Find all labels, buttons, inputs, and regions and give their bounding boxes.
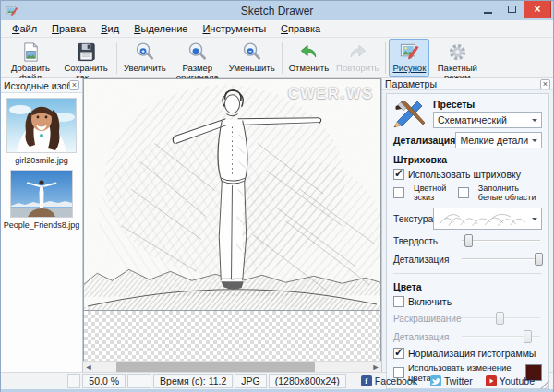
- hardness-label: Твердость: [393, 236, 460, 246]
- enable-colors-label: Включить: [408, 296, 452, 307]
- save-as-button[interactable]: Сохранить как...: [58, 39, 114, 77]
- color-change-checkbox[interactable]: [393, 367, 404, 378]
- sketch-canvas[interactable]: CWER.WS ◄ ►: [83, 78, 381, 372]
- source-thumbnail-item[interactable]: People_Friends8.jpg: [1, 170, 82, 230]
- twitter-icon: [430, 375, 441, 386]
- thumbnail-filename: People_Friends8.jpg: [4, 220, 80, 230]
- picture-button[interactable]: Рисунок: [389, 39, 429, 77]
- add-file-icon: [20, 42, 42, 63]
- menu-help[interactable]: Справка: [273, 21, 328, 36]
- detail-select[interactable]: Мелкие детали: [455, 132, 542, 148]
- status-cell-empty: [67, 374, 80, 388]
- save-icon: [76, 42, 97, 63]
- chevron-down-icon: [532, 119, 537, 125]
- menu-tools[interactable]: Инструменты: [195, 21, 273, 36]
- slider-thumb[interactable]: [464, 234, 473, 247]
- redo-button[interactable]: Повторить: [332, 39, 382, 77]
- minimize-icon: [484, 12, 492, 14]
- slider-track: [462, 258, 540, 260]
- detail-value: Мелкие детали: [460, 135, 529, 146]
- youtube-icon: [486, 375, 497, 386]
- use-hatching-checkbox[interactable]: [393, 169, 404, 180]
- source-images-panel: Исходные изоб... ×: [1, 78, 83, 372]
- menu-view[interactable]: Вид: [93, 21, 126, 36]
- thumbnail-image: [6, 98, 77, 153]
- zoom-out-button[interactable]: Уменьшить: [225, 39, 279, 77]
- toolbar-separator: [282, 42, 283, 74]
- facebook-link[interactable]: f Facebook: [361, 375, 417, 386]
- resize-grip[interactable]: [540, 380, 549, 389]
- presets-label: Пресеты: [433, 99, 542, 110]
- add-file-button[interactable]: Добавить файл: [3, 39, 58, 77]
- params-panel-title: Параметры: [385, 78, 540, 89]
- youtube-link[interactable]: Youtube: [486, 375, 535, 386]
- texture-select[interactable]: [433, 208, 542, 230]
- source-thumbnail-item[interactable]: girl20smile.jpg: [1, 98, 82, 165]
- source-panel-close-button[interactable]: ×: [69, 80, 79, 90]
- app-window: Sketch Drawer × Файл Правка Вид Выделени…: [0, 0, 554, 392]
- color-sketch-label: Цветной эскиз: [414, 184, 449, 202]
- fill-white-label: Заполнить белые области: [478, 184, 542, 202]
- params-panel-close-button[interactable]: ×: [540, 79, 550, 89]
- maximize-icon: [508, 6, 516, 13]
- slider-track: [462, 240, 540, 242]
- minimize-button[interactable]: [476, 1, 500, 18]
- colors-detail-slider[interactable]: [460, 329, 542, 344]
- undo-icon: [298, 42, 319, 63]
- horizontal-scrollbar[interactable]: ◄ ►: [83, 361, 381, 372]
- slider-thumb[interactable]: [535, 253, 543, 266]
- hardness-slider[interactable]: [460, 233, 542, 248]
- status-zoom-level: 50.0 %: [82, 374, 126, 388]
- transparency-checkerboard: [83, 311, 381, 361]
- params-group: Пресеты Схематический Детализация Мелкие…: [386, 93, 549, 389]
- zoom-in-button[interactable]: Увеличить: [120, 39, 170, 77]
- params-panel-header: Параметры ×: [382, 78, 553, 90]
- histogram-label: Нормализация гистограммы: [408, 348, 536, 359]
- chevron-down-icon: [532, 218, 537, 223]
- scrollbar-track[interactable]: [94, 362, 370, 373]
- gear-icon: [447, 42, 468, 63]
- color-sketch-checkbox[interactable]: [393, 187, 404, 198]
- colors-section-title: Цвета: [393, 281, 542, 292]
- status-image-dimensions: (1280x800x24): [269, 374, 346, 388]
- use-hatching-label: Использовать штриховку: [408, 169, 521, 180]
- batch-mode-button[interactable]: Пакетный режим: [429, 39, 485, 77]
- slider-thumb[interactable]: [524, 330, 532, 343]
- girl-photo-thumbnail: [7, 99, 76, 152]
- scroll-left-icon[interactable]: ◄: [83, 362, 94, 373]
- slider-thumb[interactable]: [496, 312, 504, 325]
- people-photo-thumbnail: [11, 171, 72, 217]
- scroll-right-icon[interactable]: ►: [370, 362, 381, 373]
- histogram-checkbox[interactable]: [393, 348, 404, 359]
- menu-bar: Файл Правка Вид Выделение Инструменты Сп…: [1, 20, 553, 38]
- preset-select[interactable]: Схематический: [433, 112, 542, 128]
- section-divider: [393, 273, 542, 274]
- facebook-icon: f: [361, 375, 372, 386]
- menu-edit[interactable]: Правка: [44, 21, 93, 36]
- source-panel-title: Исходные изоб...: [4, 80, 69, 91]
- enable-colors-checkbox[interactable]: [393, 296, 404, 307]
- toolbar-separator: [116, 42, 117, 74]
- thumbnail-filename: girl20smile.jpg: [15, 156, 68, 165]
- hatching-detail-slider[interactable]: [460, 252, 542, 267]
- close-button[interactable]: ×: [524, 1, 551, 18]
- zoom-in-icon: [134, 42, 155, 63]
- main-area: Исходные изоб... ×: [1, 78, 553, 372]
- status-cell-empty: [127, 374, 151, 388]
- pencil-brush-icon: [393, 99, 427, 128]
- close-icon: ×: [72, 80, 77, 89]
- colorize-slider[interactable]: [460, 311, 542, 326]
- chevron-down-icon: [532, 139, 537, 145]
- toolbar-separator: [385, 42, 386, 74]
- menu-selection[interactable]: Выделение: [126, 21, 195, 36]
- status-render-time: Время (с): 11.2: [153, 374, 233, 388]
- menu-file[interactable]: Файл: [5, 21, 44, 36]
- original-size-button[interactable]: Размер оригинала: [170, 39, 225, 77]
- watermark-text: CWER.WS: [288, 86, 374, 102]
- scrollbar-thumb[interactable]: [116, 362, 315, 372]
- close-icon: ×: [534, 3, 540, 16]
- maximize-button[interactable]: [500, 1, 524, 18]
- fill-white-checkbox[interactable]: [458, 187, 469, 198]
- undo-button[interactable]: Отменить: [285, 39, 332, 77]
- twitter-link[interactable]: Twitter: [430, 375, 473, 386]
